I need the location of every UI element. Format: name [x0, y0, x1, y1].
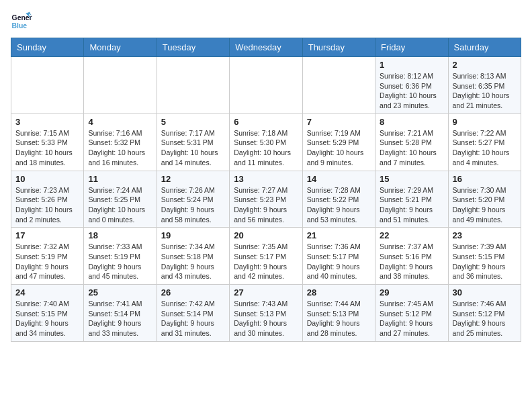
day-number: 20: [234, 230, 298, 240]
day-number: 5: [161, 117, 225, 127]
day-info: Sunrise: 7:36 AM Sunset: 5:17 PM Dayligh…: [307, 242, 371, 281]
day-number: 19: [161, 230, 225, 240]
day-number: 18: [88, 230, 152, 240]
calendar-day-cell: [302, 57, 375, 114]
day-info: Sunrise: 7:33 AM Sunset: 5:19 PM Dayligh…: [88, 242, 152, 281]
day-info: Sunrise: 7:35 AM Sunset: 5:17 PM Dayligh…: [234, 242, 298, 281]
calendar-week-row: 10Sunrise: 7:23 AM Sunset: 5:26 PM Dayli…: [11, 171, 521, 228]
day-info: Sunrise: 7:34 AM Sunset: 5:18 PM Dayligh…: [161, 242, 225, 281]
day-info: Sunrise: 7:15 AM Sunset: 5:33 PM Dayligh…: [15, 128, 79, 168]
calendar-day-cell: 28Sunrise: 7:44 AM Sunset: 5:13 PM Dayli…: [302, 285, 375, 342]
day-info: Sunrise: 7:26 AM Sunset: 5:24 PM Dayligh…: [161, 185, 225, 225]
calendar-day-cell: 15Sunrise: 7:29 AM Sunset: 5:21 PM Dayli…: [375, 171, 448, 228]
calendar-day-cell: 5Sunrise: 7:17 AM Sunset: 5:31 PM Daylig…: [157, 113, 229, 171]
calendar-day-cell: 21Sunrise: 7:36 AM Sunset: 5:17 PM Dayli…: [302, 228, 375, 285]
calendar-day-cell: 23Sunrise: 7:39 AM Sunset: 5:15 PM Dayli…: [448, 228, 521, 285]
weekday-header-cell: Sunday: [11, 38, 84, 57]
calendar-day-cell: 2Sunrise: 8:13 AM Sunset: 6:35 PM Daylig…: [448, 57, 521, 114]
day-info: Sunrise: 7:17 AM Sunset: 5:31 PM Dayligh…: [161, 128, 225, 168]
calendar-day-cell: 13Sunrise: 7:27 AM Sunset: 5:23 PM Dayli…: [230, 171, 302, 228]
day-number: 10: [15, 174, 79, 184]
day-info: Sunrise: 7:28 AM Sunset: 5:22 PM Dayligh…: [307, 185, 371, 225]
page-header: General Blue: [11, 11, 521, 32]
calendar-body: 1Sunrise: 8:12 AM Sunset: 6:36 PM Daylig…: [11, 57, 521, 342]
day-info: Sunrise: 7:27 AM Sunset: 5:23 PM Dayligh…: [234, 185, 298, 225]
calendar-day-cell: 8Sunrise: 7:21 AM Sunset: 5:28 PM Daylig…: [375, 113, 448, 171]
calendar-week-row: 17Sunrise: 7:32 AM Sunset: 5:19 PM Dayli…: [11, 228, 521, 285]
day-number: 6: [234, 117, 298, 127]
day-number: 11: [88, 174, 152, 184]
calendar-day-cell: 17Sunrise: 7:32 AM Sunset: 5:19 PM Dayli…: [11, 228, 84, 285]
weekday-header-cell: Monday: [84, 38, 157, 57]
calendar-day-cell: 3Sunrise: 7:15 AM Sunset: 5:33 PM Daylig…: [11, 113, 84, 171]
calendar-day-cell: 26Sunrise: 7:42 AM Sunset: 5:14 PM Dayli…: [157, 285, 229, 342]
day-info: Sunrise: 8:13 AM Sunset: 6:35 PM Dayligh…: [453, 71, 517, 111]
day-number: 26: [161, 287, 225, 298]
day-info: Sunrise: 7:45 AM Sunset: 5:12 PM Dayligh…: [380, 299, 443, 338]
calendar-week-row: 3Sunrise: 7:15 AM Sunset: 5:33 PM Daylig…: [11, 113, 521, 171]
weekday-header-row: SundayMondayTuesdayWednesdayThursdayFrid…: [11, 38, 521, 57]
day-number: 25: [88, 287, 152, 298]
calendar-day-cell: [11, 57, 84, 114]
calendar-day-cell: 27Sunrise: 7:43 AM Sunset: 5:13 PM Dayli…: [230, 285, 302, 342]
day-number: 14: [307, 174, 371, 184]
day-number: 9: [453, 117, 517, 127]
weekday-header-cell: Saturday: [448, 38, 521, 57]
day-info: Sunrise: 7:32 AM Sunset: 5:19 PM Dayligh…: [15, 242, 79, 281]
calendar-day-cell: 9Sunrise: 7:22 AM Sunset: 5:27 PM Daylig…: [448, 113, 521, 171]
day-info: Sunrise: 7:24 AM Sunset: 5:25 PM Dayligh…: [88, 185, 152, 225]
day-info: Sunrise: 7:23 AM Sunset: 5:26 PM Dayligh…: [15, 185, 79, 225]
day-number: 16: [453, 174, 517, 184]
calendar-day-cell: 30Sunrise: 7:46 AM Sunset: 5:12 PM Dayli…: [448, 285, 521, 342]
day-number: 28: [307, 287, 371, 298]
calendar-day-cell: 12Sunrise: 7:26 AM Sunset: 5:24 PM Dayli…: [157, 171, 229, 228]
day-info: Sunrise: 7:40 AM Sunset: 5:15 PM Dayligh…: [15, 299, 79, 338]
calendar-day-cell: 18Sunrise: 7:33 AM Sunset: 5:19 PM Dayli…: [84, 228, 157, 285]
day-info: Sunrise: 7:39 AM Sunset: 5:15 PM Dayligh…: [453, 242, 517, 281]
calendar-day-cell: 7Sunrise: 7:19 AM Sunset: 5:29 PM Daylig…: [302, 113, 375, 171]
day-number: 21: [307, 230, 371, 240]
day-info: Sunrise: 7:18 AM Sunset: 5:30 PM Dayligh…: [234, 128, 298, 168]
day-number: 27: [234, 287, 298, 298]
day-number: 1: [380, 60, 443, 70]
day-number: 8: [380, 117, 443, 127]
day-number: 24: [15, 287, 79, 298]
day-info: Sunrise: 7:44 AM Sunset: 5:13 PM Dayligh…: [307, 299, 371, 338]
day-info: Sunrise: 7:46 AM Sunset: 5:12 PM Dayligh…: [453, 299, 517, 338]
day-number: 23: [453, 230, 517, 240]
day-info: Sunrise: 7:19 AM Sunset: 5:29 PM Dayligh…: [307, 128, 371, 168]
day-number: 2: [453, 60, 517, 70]
logo: General Blue: [11, 11, 32, 32]
day-number: 3: [15, 117, 79, 127]
day-number: 12: [161, 174, 225, 184]
calendar-day-cell: 22Sunrise: 7:37 AM Sunset: 5:16 PM Dayli…: [375, 228, 448, 285]
day-number: 15: [380, 174, 443, 184]
day-number: 22: [380, 230, 443, 240]
calendar-day-cell: [157, 57, 229, 114]
weekday-header-cell: Tuesday: [157, 38, 229, 57]
calendar-day-cell: 20Sunrise: 7:35 AM Sunset: 5:17 PM Dayli…: [230, 228, 302, 285]
calendar-day-cell: 16Sunrise: 7:30 AM Sunset: 5:20 PM Dayli…: [448, 171, 521, 228]
calendar-day-cell: [84, 57, 157, 114]
weekday-header-cell: Wednesday: [230, 38, 302, 57]
calendar-day-cell: 4Sunrise: 7:16 AM Sunset: 5:32 PM Daylig…: [84, 113, 157, 171]
svg-text:Blue: Blue: [12, 22, 28, 30]
day-info: Sunrise: 7:29 AM Sunset: 5:21 PM Dayligh…: [380, 185, 443, 225]
day-info: Sunrise: 7:37 AM Sunset: 5:16 PM Dayligh…: [380, 242, 443, 281]
day-number: 7: [307, 117, 371, 127]
calendar-day-cell: 11Sunrise: 7:24 AM Sunset: 5:25 PM Dayli…: [84, 171, 157, 228]
calendar-week-row: 1Sunrise: 8:12 AM Sunset: 6:36 PM Daylig…: [11, 57, 521, 114]
day-info: Sunrise: 7:21 AM Sunset: 5:28 PM Dayligh…: [380, 128, 443, 168]
day-info: Sunrise: 7:22 AM Sunset: 5:27 PM Dayligh…: [453, 128, 517, 168]
calendar-day-cell: 1Sunrise: 8:12 AM Sunset: 6:36 PM Daylig…: [375, 57, 448, 114]
calendar-week-row: 24Sunrise: 7:40 AM Sunset: 5:15 PM Dayli…: [11, 285, 521, 342]
day-info: Sunrise: 7:30 AM Sunset: 5:20 PM Dayligh…: [453, 185, 517, 225]
day-info: Sunrise: 7:42 AM Sunset: 5:14 PM Dayligh…: [161, 299, 225, 338]
day-info: Sunrise: 7:43 AM Sunset: 5:13 PM Dayligh…: [234, 299, 298, 338]
day-number: 4: [88, 117, 152, 127]
calendar-day-cell: 24Sunrise: 7:40 AM Sunset: 5:15 PM Dayli…: [11, 285, 84, 342]
weekday-header-cell: Friday: [375, 38, 448, 57]
calendar-day-cell: 19Sunrise: 7:34 AM Sunset: 5:18 PM Dayli…: [157, 228, 229, 285]
calendar-day-cell: 10Sunrise: 7:23 AM Sunset: 5:26 PM Dayli…: [11, 171, 84, 228]
calendar-table: SundayMondayTuesdayWednesdayThursdayFrid…: [11, 38, 521, 342]
